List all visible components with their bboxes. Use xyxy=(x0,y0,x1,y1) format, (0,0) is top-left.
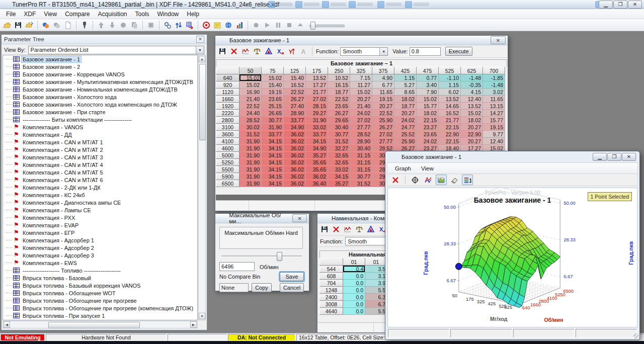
data-cell[interactable]: -1.48 xyxy=(461,74,483,81)
data-cell[interactable]: 34.15 xyxy=(262,166,284,173)
row-header[interactable]: 1248 xyxy=(320,287,343,294)
scroll-left-icon[interactable]: ◀ xyxy=(4,321,10,328)
nominal-data-grid[interactable]: 01015440.43.56080.03.17040.03.912480.05.… xyxy=(319,258,387,315)
data-cell[interactable]: 11.27 xyxy=(350,81,372,89)
curve-icon[interactable] xyxy=(240,46,251,56)
save-file-icon[interactable] xyxy=(13,20,23,30)
window-title-bar[interactable]: Максимальные Об/ми... ✕ xyxy=(215,214,309,223)
data-cell[interactable]: 31.90 xyxy=(239,159,262,166)
data-cell[interactable]: 34.15 xyxy=(262,138,284,145)
data-cell[interactable]: 27.02 xyxy=(372,131,394,138)
data-cell[interactable]: 31.90 xyxy=(239,152,262,159)
data-cell[interactable]: 29.27 xyxy=(306,110,328,117)
data-cell[interactable]: 7.15 xyxy=(350,74,372,81)
data-cell[interactable]: 0.0 xyxy=(343,301,365,308)
tree-item[interactable]: Впрыск топлива - Обогощение при прогреве… xyxy=(3,304,197,312)
data-cell[interactable]: -1.10 xyxy=(439,74,461,81)
data-cell[interactable]: 20.27 xyxy=(372,103,394,110)
data-cell[interactable]: 4.15 xyxy=(461,89,483,96)
data-cell[interactable]: 25.90 xyxy=(372,117,394,124)
data-cell[interactable]: 14.27 xyxy=(483,110,505,117)
data-cell[interactable]: 34.90 xyxy=(284,124,306,131)
data-cell[interactable]: 6.3 xyxy=(365,294,387,301)
resize-grip[interactable] xyxy=(633,333,638,338)
data-cell[interactable]: 32.27 xyxy=(328,145,350,152)
data-cell[interactable]: 32.65 xyxy=(328,152,350,159)
tree-item[interactable]: ⚑Комплектация - РХХ xyxy=(3,214,197,221)
gears-icon[interactable] xyxy=(163,20,173,30)
data-cell[interactable]: 31.90 xyxy=(239,145,262,152)
tree-item[interactable]: Впрыск топлива - Обогащение WOT xyxy=(3,289,197,297)
data-cell[interactable]: 22.52 xyxy=(239,103,262,110)
data-cell[interactable]: 30.02 xyxy=(239,124,262,131)
data-cell[interactable]: 4.90 xyxy=(372,74,394,81)
delta-icon[interactable] xyxy=(264,46,274,56)
data-cell[interactable]: 31.90 xyxy=(262,124,284,131)
minimize-button[interactable]: ▁ xyxy=(599,1,613,9)
row-header[interactable]: 1660 xyxy=(216,96,239,103)
data-cell[interactable]: 36.02 xyxy=(284,131,306,138)
data-cell[interactable]: 19.15 xyxy=(483,124,505,131)
data-cell[interactable]: 1.15 xyxy=(394,74,417,81)
row-header[interactable]: 3600 xyxy=(216,131,239,138)
tree-item[interactable]: Базовое зажигание - 1 xyxy=(3,55,197,63)
letter-a-icon[interactable]: A xyxy=(298,46,308,56)
tree-item[interactable]: ⚑Комплектация - VANOS xyxy=(3,123,197,131)
data-cell[interactable]: 13.52 xyxy=(306,74,328,81)
tree-item[interactable]: ⚑Комплектация - Адсорбер 2 xyxy=(3,244,197,251)
column-header[interactable]: 125 xyxy=(284,67,306,74)
data-cell[interactable]: 6.77 xyxy=(372,81,394,89)
data-cell[interactable]: 16.52 xyxy=(439,110,461,117)
stop-icon[interactable] xyxy=(284,20,294,30)
tree-item[interactable]: Впрыск топлива - Базывый коррекция VANOS xyxy=(3,282,197,289)
column-header[interactable]: 625 xyxy=(461,67,483,74)
tree-item[interactable]: ⚑Комплектация - CAN и МТ/АТ 6 xyxy=(3,176,197,184)
data-cell[interactable]: 30.77 xyxy=(262,117,284,124)
eraser-icon[interactable] xyxy=(449,175,460,185)
data-cell[interactable]: 15.02 xyxy=(417,96,439,103)
row-header[interactable]: 3008 xyxy=(320,301,343,308)
data-cell[interactable]: 28.90 xyxy=(284,110,306,117)
legend-icon[interactable]: 1 xyxy=(462,175,473,185)
data-cell[interactable]: 28.90 xyxy=(350,138,372,145)
note-icon[interactable] xyxy=(212,20,222,30)
data-cell[interactable]: 0.0 xyxy=(343,294,365,301)
globe-icon[interactable] xyxy=(223,20,233,30)
row-header[interactable]: 5250 xyxy=(216,159,239,166)
data-cell[interactable]: 21.40 xyxy=(350,103,372,110)
data-cell[interactable]: 0.0 xyxy=(343,273,365,280)
data-cell[interactable]: 31.15 xyxy=(350,152,372,159)
data-cell[interactable]: 15.02 xyxy=(262,74,284,81)
data-cell[interactable]: 23.65 xyxy=(328,103,350,110)
data-cell[interactable]: 29.65 xyxy=(328,117,350,124)
data-cell[interactable]: 12.40 xyxy=(461,96,483,103)
data-cell[interactable]: 36.02 xyxy=(284,145,306,152)
data-cell[interactable]: 24.77 xyxy=(394,124,417,131)
restore-button[interactable]: ❐ xyxy=(613,1,627,9)
close-icon[interactable]: ✕ xyxy=(292,214,307,222)
data-cell[interactable]: 28.15 xyxy=(306,103,328,110)
chip-icon[interactable] xyxy=(146,20,156,30)
data-cell[interactable]: 5.27 xyxy=(394,81,417,89)
tree-item[interactable]: ⚑Комплектация - Диагностика ампы CE xyxy=(3,199,197,206)
data-cell[interactable]: 18.02 xyxy=(394,96,417,103)
tree-item[interactable]: Впрыск топлива - При запуске 1 xyxy=(3,312,197,319)
row-header[interactable]: 5000 xyxy=(216,152,239,159)
data-cell[interactable]: 36.02 xyxy=(284,159,306,166)
data-cell[interactable]: 16.15 xyxy=(328,81,350,89)
data-cell[interactable]: 5.5 xyxy=(365,308,387,315)
data-cell[interactable]: 24.02 xyxy=(394,117,417,124)
data-cell[interactable]: 27.02 xyxy=(350,117,372,124)
data-cell[interactable]: 30.77 xyxy=(350,173,372,180)
tree-item[interactable]: ⚑Комплектация - CAN и МТ/АТ 3 xyxy=(3,153,197,161)
function-dropdown[interactable]: Smooth▼ xyxy=(340,47,388,56)
open-file-icon[interactable] xyxy=(2,20,12,30)
data-cell[interactable]: 33.02 xyxy=(306,124,328,131)
data-cell[interactable]: 20.27 xyxy=(394,110,417,117)
data-cell[interactable]: 22.90 xyxy=(439,131,461,138)
record-icon[interactable] xyxy=(201,20,211,30)
swap-arrows-icon[interactable] xyxy=(174,20,184,30)
data-cell[interactable]: 0.0 xyxy=(343,308,365,315)
tree-item[interactable]: Базовое зажигания - Холостого хода xyxy=(3,93,197,101)
data-cell[interactable]: 34.15 xyxy=(262,159,284,166)
